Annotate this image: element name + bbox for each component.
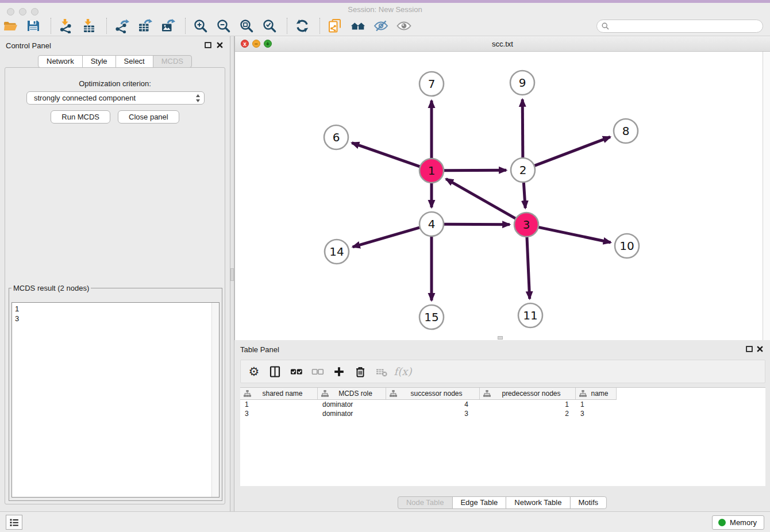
toolbar-separator — [106, 18, 107, 34]
network-graph-canvas[interactable]: 7968124314101511 — [235, 52, 763, 340]
graph-node-15[interactable]: 15 — [419, 305, 444, 329]
hide-selected-button[interactable] — [372, 17, 392, 34]
horizontal-splitter-grip[interactable] — [498, 336, 503, 340]
float-panel-icon[interactable] — [746, 346, 753, 352]
run-mcds-button[interactable]: Run MCDS — [51, 110, 110, 124]
column-header-predecessor-nodes[interactable]: predecessor nodes — [480, 388, 576, 399]
result-scrollbar[interactable] — [211, 303, 219, 497]
save-floppy-icon — [26, 18, 41, 33]
deselect-all-button[interactable] — [309, 363, 326, 380]
delete-column-button[interactable] — [352, 363, 369, 380]
zoom-fit-button[interactable] — [238, 17, 257, 34]
zoom-selected-button[interactable] — [261, 17, 280, 34]
tab-select[interactable]: Select — [116, 55, 153, 68]
mcds-result-list: 13 — [12, 303, 211, 325]
edge-2-9[interactable] — [522, 99, 523, 158]
graph-node-9[interactable]: 9 — [510, 71, 534, 95]
splitter-grip[interactable] — [230, 268, 234, 281]
graph-node-11[interactable]: 11 — [518, 303, 542, 327]
graph-node-6[interactable]: 6 — [324, 125, 348, 149]
fx-icon: f(x) — [394, 365, 412, 377]
zoom-out-icon — [216, 18, 231, 33]
table-row[interactable]: 1dominator411 — [240, 400, 765, 409]
graph-node-1[interactable]: 1 — [419, 159, 444, 183]
graph-node-3[interactable]: 3 — [514, 213, 538, 237]
clone-network-button[interactable] — [326, 17, 346, 34]
save-session-button[interactable] — [25, 17, 44, 34]
graph-node-2[interactable]: 2 — [511, 158, 535, 182]
close-panel-icon[interactable] — [217, 42, 223, 48]
show-all-button[interactable] — [395, 17, 415, 34]
window-title: Session: New Session — [0, 5, 770, 14]
open-session-button[interactable] — [2, 17, 21, 34]
home-layout-button[interactable] — [349, 17, 369, 34]
network-window-titlebar[interactable]: x − + scc.txt — [235, 36, 770, 52]
column-header-mcds-role[interactable]: MCDS role — [318, 388, 386, 399]
edge-2-8[interactable] — [534, 137, 610, 165]
result-line: 3 — [15, 314, 208, 323]
tab-style[interactable]: Style — [82, 55, 116, 68]
function-builder-button[interactable]: f(x) — [394, 363, 411, 380]
unchecked-boxes-icon — [311, 365, 324, 378]
edge-2-3[interactable] — [523, 182, 525, 208]
column-header-successor-nodes[interactable]: successor nodes — [386, 388, 480, 399]
search-input[interactable] — [609, 21, 763, 32]
graph-node-14[interactable]: 14 — [325, 240, 349, 264]
control-panel: Control Panel NetworkStyleSelectMCDS Opt… — [0, 36, 230, 511]
delete-table-button[interactable] — [373, 363, 390, 380]
table-settings-button[interactable]: ⚙ — [245, 363, 263, 380]
export-table-button[interactable] — [136, 17, 156, 34]
memory-button[interactable]: Memory — [712, 515, 764, 530]
criterion-select[interactable]: strongly connected component — [26, 91, 205, 105]
close-panel-button[interactable]: Close panel — [118, 110, 179, 124]
task-history-button[interactable] — [6, 515, 22, 530]
tab-edge-table[interactable]: Edge Table — [452, 496, 506, 509]
graph-node-8[interactable]: 8 — [614, 119, 638, 143]
edge-3-11[interactable] — [527, 237, 530, 299]
edge-3-10[interactable] — [538, 227, 611, 242]
zoom-selected-icon — [262, 18, 277, 33]
edge-3-1[interactable] — [446, 179, 516, 218]
import-network-button[interactable] — [57, 17, 77, 34]
column-layout-button[interactable] — [267, 363, 284, 380]
graph-node-10[interactable]: 10 — [615, 234, 639, 258]
tab-motifs[interactable]: Motifs — [569, 496, 607, 509]
column-type-icon — [244, 390, 251, 397]
node-label: 10 — [619, 239, 634, 253]
network-vertical-scrollbar[interactable] — [763, 52, 770, 340]
main-toolbar — [0, 16, 770, 36]
table-header-row: shared nameMCDS rolesuccessor nodesprede… — [240, 388, 617, 400]
select-all-button[interactable] — [288, 363, 305, 380]
column-header-shared-name[interactable]: shared name — [240, 388, 318, 399]
edge-4-14[interactable] — [353, 228, 420, 247]
export-network-button[interactable] — [113, 17, 133, 34]
table-cell: dominator — [318, 409, 386, 418]
tab-network-table[interactable]: Network Table — [506, 496, 570, 509]
node-label: 2 — [519, 163, 527, 177]
table-row[interactable]: 3dominator323 — [240, 409, 765, 418]
export-image-button[interactable] — [159, 17, 179, 34]
mcds-result-area[interactable]: 13 — [11, 302, 220, 498]
zoom-in-button[interactable] — [192, 17, 211, 34]
tab-mcds[interactable]: MCDS — [153, 55, 192, 68]
zoom-out-button[interactable] — [215, 17, 234, 34]
graph-node-7[interactable]: 7 — [419, 72, 444, 96]
add-column-button[interactable] — [330, 363, 348, 380]
table-rows: 1dominator4113dominator323 — [240, 400, 765, 418]
edge-1-2[interactable] — [444, 170, 506, 171]
edge-4-3[interactable] — [444, 224, 510, 225]
import-table-button[interactable] — [80, 17, 100, 34]
graph-node-4[interactable]: 4 — [419, 212, 444, 236]
node-label: 14 — [329, 245, 344, 259]
tab-network[interactable]: Network — [38, 55, 83, 68]
float-panel-icon[interactable] — [205, 42, 211, 48]
close-panel-icon[interactable] — [757, 346, 763, 352]
tab-node-table[interactable]: Node Table — [398, 496, 453, 509]
column-header-name[interactable]: name — [576, 388, 617, 399]
edge-1-6[interactable] — [352, 143, 420, 167]
panel-splitter[interactable] — [230, 36, 234, 511]
node-label: 1 — [428, 164, 436, 178]
table-cell: dominator — [318, 400, 386, 409]
node-label: 11 — [523, 309, 537, 322]
refresh-layout-button[interactable] — [294, 17, 313, 34]
